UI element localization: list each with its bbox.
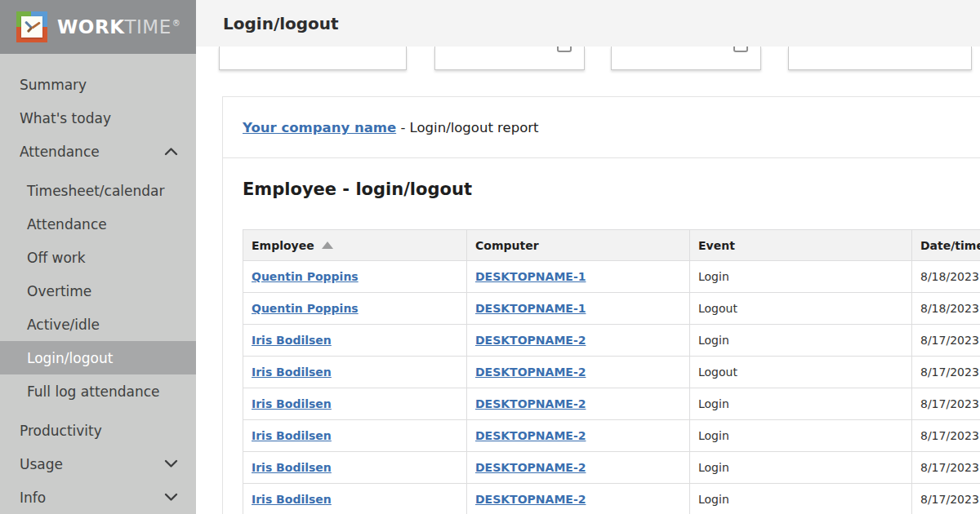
computer-link[interactable]: DESKTOPNAME-2 <box>475 366 586 379</box>
employee-link[interactable]: Quentin Poppins <box>252 270 359 283</box>
employee-link[interactable]: Iris Bodilsen <box>252 366 332 379</box>
event-cell: Login <box>690 484 912 514</box>
datetime-cell: 8/17/2023 6: <box>912 357 980 388</box>
company-name-link[interactable]: Your company name <box>243 120 396 135</box>
employee-link[interactable]: Iris Bodilsen <box>252 429 332 442</box>
employee-link[interactable]: Quentin Poppins <box>252 302 359 315</box>
filter-row <box>196 47 980 74</box>
filter-field-1[interactable] <box>219 47 407 70</box>
sidebar-item-summary[interactable]: Summary <box>0 68 196 101</box>
sidebar-item-usage[interactable]: Usage <box>0 447 196 481</box>
computer-link[interactable]: DESKTOPNAME-2 <box>475 334 586 347</box>
employee-link[interactable]: Iris Bodilsen <box>252 397 332 410</box>
datetime-cell: 8/17/2023 5:5 <box>912 484 980 514</box>
datetime-cell: 8/17/2023 5:4 <box>912 388 980 420</box>
sidebar-item-full-log-attendance[interactable]: Full log attendance <box>0 374 196 408</box>
chevron-down-icon <box>164 493 178 502</box>
sidebar: WORKTIME® SummaryWhat's todayAttendanceT… <box>0 0 196 514</box>
datetime-cell: 8/18/2023 6:0 <box>912 293 980 325</box>
report-heading: Employee - login/logout <box>243 179 969 199</box>
worktime-clock-logo-icon <box>16 11 47 42</box>
sidebar-item-label: Overtime <box>27 283 91 299</box>
table-row: Iris BodilsenDESKTOPNAME-2Login8/17/2023… <box>243 420 980 452</box>
computer-cell: DESKTOPNAME-2 <box>467 484 690 514</box>
computer-link[interactable]: DESKTOPNAME-2 <box>475 429 586 442</box>
computer-link[interactable]: DESKTOPNAME-2 <box>475 493 586 506</box>
column-header-date-time[interactable]: Date/time <box>912 230 980 261</box>
employee-cell: Iris Bodilsen <box>243 357 467 388</box>
logo-band: WORKTIME® <box>0 0 196 54</box>
event-cell: Login <box>690 420 912 452</box>
sidebar-item-attendance[interactable]: Attendance <box>0 135 196 168</box>
app-window: WORKTIME® SummaryWhat's todayAttendanceT… <box>0 0 980 514</box>
filter-field-3-date[interactable] <box>611 47 761 70</box>
employee-link[interactable]: Iris Bodilsen <box>252 334 332 347</box>
column-header-event[interactable]: Event <box>690 230 912 261</box>
employee-link[interactable]: Iris Bodilsen <box>252 493 332 506</box>
brand-wordmark: WORKTIME® <box>57 16 180 38</box>
sidebar-item-label: What's today <box>20 110 111 126</box>
table-row: Iris BodilsenDESKTOPNAME-2Logout8/17/202… <box>243 357 980 388</box>
sidebar-item-info[interactable]: Info <box>0 481 196 514</box>
datetime-cell: 8/17/2023 6: <box>912 325 980 357</box>
chevron-up-icon <box>164 147 178 156</box>
page-header: Login/logout <box>196 0 980 47</box>
table-row: Quentin PoppinsDESKTOPNAME-1Login8/18/20… <box>243 261 980 293</box>
sidebar-item-label: Usage <box>20 456 63 472</box>
sidebar-item-active-idle[interactable]: Active/idle <box>0 308 196 341</box>
registered-trademark: ® <box>172 19 181 28</box>
sidebar-item-label: Attendance <box>20 144 100 160</box>
sidebar-item-label: Info <box>20 490 46 506</box>
sidebar-item-label: Login/logout <box>27 350 113 366</box>
sidebar-item-timesheet-calendar[interactable]: Timesheet/calendar <box>0 174 196 207</box>
event-cell: Logout <box>690 293 912 325</box>
column-header-computer[interactable]: Computer <box>467 230 690 261</box>
calendar-icon[interactable] <box>733 47 748 52</box>
computer-link[interactable]: DESKTOPNAME-1 <box>475 302 586 315</box>
sidebar-item-label: Summary <box>20 77 87 93</box>
report-body: Employee - login/logout EmployeeComputer… <box>223 158 980 514</box>
sidebar-item-label: Full log attendance <box>27 383 160 400</box>
breadcrumb-report-label: - Login/logout report <box>396 120 538 135</box>
table-row: Quentin PoppinsDESKTOPNAME-1Logout8/18/2… <box>243 293 980 325</box>
computer-link[interactable]: DESKTOPNAME-2 <box>475 461 586 474</box>
event-cell: Login <box>690 325 912 357</box>
sidebar-item-label: Timesheet/calendar <box>27 183 164 199</box>
page-title: Login/logout <box>223 14 339 33</box>
datetime-cell: 8/17/2023 5:5 <box>912 420 980 452</box>
table-body: Quentin PoppinsDESKTOPNAME-1Login8/18/20… <box>243 261 980 514</box>
table-row: Iris BodilsenDESKTOPNAME-2Login8/17/2023… <box>243 325 980 357</box>
datetime-cell: 8/18/2023 9:0 <box>912 261 980 293</box>
table-row: Iris BodilsenDESKTOPNAME-2Login8/17/2023… <box>243 452 980 484</box>
column-header-employee[interactable]: Employee <box>243 230 467 261</box>
sidebar-item-attendance[interactable]: Attendance <box>0 207 196 241</box>
sidebar-item-off-work[interactable]: Off work <box>0 241 196 274</box>
event-cell: Login <box>690 452 912 484</box>
sidebar-item-overtime[interactable]: Overtime <box>0 274 196 308</box>
computer-link[interactable]: DESKTOPNAME-1 <box>475 270 586 283</box>
sidebar-item-label: Productivity <box>20 423 102 439</box>
breadcrumb: Your company name - Login/logout report <box>223 97 980 158</box>
table-header-row: EmployeeComputerEventDate/time <box>243 230 980 261</box>
datetime-cell: 8/17/2023 5:5 <box>912 452 980 484</box>
sort-ascending-icon <box>322 241 333 249</box>
employee-link[interactable]: Iris Bodilsen <box>252 461 332 474</box>
employee-cell: Iris Bodilsen <box>243 388 467 420</box>
employee-cell: Quentin Poppins <box>243 261 467 293</box>
loginlogout-table: EmployeeComputerEventDate/time Quentin P… <box>243 229 980 514</box>
sidebar-item-login-logout[interactable]: Login/logout <box>0 341 196 374</box>
filter-field-2-date[interactable] <box>434 47 585 70</box>
filter-field-4[interactable] <box>788 47 972 70</box>
sidebar-item-label: Off work <box>27 250 86 266</box>
sidebar-item-label: Attendance <box>27 216 107 233</box>
sidebar-item-what-s-today[interactable]: What's today <box>0 101 196 135</box>
sidebar-item-productivity[interactable]: Productivity <box>0 414 196 447</box>
table-header: EmployeeComputerEventDate/time <box>243 230 980 261</box>
computer-cell: DESKTOPNAME-1 <box>467 293 690 325</box>
event-cell: Login <box>690 388 912 420</box>
event-cell: Logout <box>690 357 912 388</box>
calendar-icon[interactable] <box>557 47 572 52</box>
employee-cell: Iris Bodilsen <box>243 484 467 514</box>
computer-cell: DESKTOPNAME-2 <box>467 388 690 420</box>
computer-link[interactable]: DESKTOPNAME-2 <box>475 397 586 410</box>
